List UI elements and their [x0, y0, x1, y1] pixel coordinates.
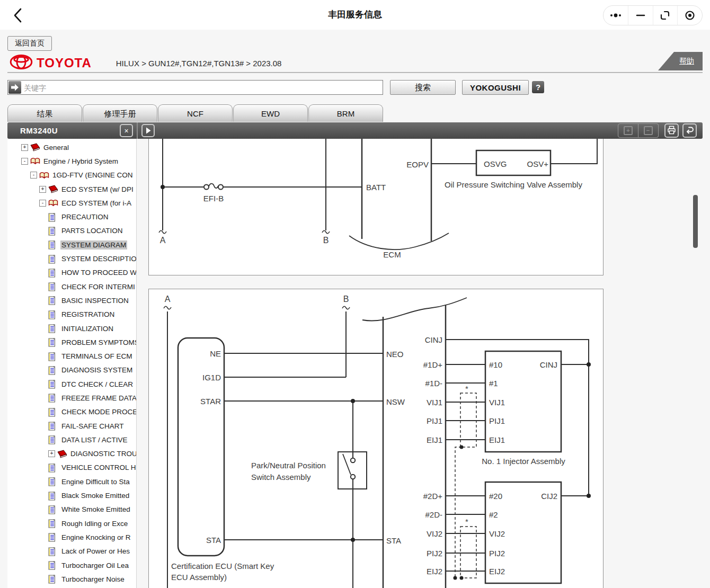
- expander-icon[interactable]: -: [30, 172, 37, 179]
- tree-item[interactable]: INITIALIZATION: [7, 322, 136, 335]
- header-divider: [7, 72, 703, 73]
- collapse-sidebar-button[interactable]: [141, 124, 155, 137]
- go-arrow-icon[interactable]: [8, 81, 21, 94]
- shield-asterisk: *: [465, 517, 468, 526]
- ecm-pin-1dm: #1D-: [425, 379, 442, 388]
- fuse-wave: [209, 184, 218, 189]
- search-help-icon[interactable]: ?: [532, 81, 544, 93]
- tab-results[interactable]: 结果: [7, 104, 82, 122]
- tree-item-label: SYSTEM DESCRIPTIO: [60, 254, 136, 263]
- tree-item[interactable]: PARTS LOCATION: [7, 224, 136, 238]
- tree-item[interactable]: -: [7, 196, 136, 210]
- expander-icon[interactable]: -: [21, 158, 28, 165]
- close-document-button[interactable]: ×: [120, 124, 133, 137]
- float-window-icon[interactable]: [653, 6, 678, 25]
- minimize-icon[interactable]: [628, 6, 653, 25]
- tree-item-label: FAIL-SAFE CHART: [60, 422, 125, 431]
- marker-b-label: B: [323, 236, 329, 245]
- print-button[interactable]: [664, 123, 679, 138]
- tree-item[interactable]: FREEZE FRAME DATA: [7, 391, 136, 405]
- tree-item[interactable]: PROBLEM SYMPTOMS: [7, 335, 136, 349]
- tree-item[interactable]: Lack of Power or Hes: [7, 545, 136, 558]
- tree-item[interactable]: Turbocharger Oil Lea: [7, 558, 136, 572]
- return-button[interactable]: [682, 123, 697, 138]
- search-button[interactable]: 搜索: [390, 80, 456, 95]
- tree-item[interactable]: +: [7, 182, 136, 196]
- tree-item[interactable]: White Smoke Emitted: [7, 503, 136, 516]
- junction-dot: [161, 185, 165, 189]
- record-icon[interactable]: [677, 6, 702, 25]
- tree-item-label: Turbocharger Noise: [60, 575, 126, 584]
- tree-item[interactable]: Engine Difficult to Sta: [7, 475, 136, 488]
- ecm-pin-vij2: VIJ2: [427, 529, 442, 538]
- expander-icon[interactable]: +: [48, 450, 55, 457]
- cert-pin-star: STAR: [200, 397, 221, 406]
- tree-item[interactable]: -: [7, 168, 136, 182]
- tree-item[interactable]: SYSTEM DESCRIPTIO: [7, 252, 136, 265]
- vertical-scrollbar-thumb[interactable]: [693, 195, 698, 248]
- ecm-pin-1dp: #1D+: [423, 360, 443, 369]
- tab-ncf[interactable]: NCF: [158, 104, 233, 122]
- tree-item[interactable]: CHECK FOR INTERMI: [7, 280, 136, 293]
- node-icon: [48, 199, 58, 207]
- expander-icon[interactable]: +: [21, 144, 28, 151]
- tree-item[interactable]: BASIC INSPECTION: [7, 293, 136, 307]
- tree-item-label: DIAGNOSTIC TROU: [69, 449, 136, 458]
- node-icon: [48, 380, 58, 388]
- tree-item[interactable]: +: [7, 140, 136, 154]
- tree-item[interactable]: SYSTEM DIAGRAM: [7, 238, 136, 252]
- tree-item[interactable]: VEHICLE CONTROL H: [7, 461, 136, 475]
- node-icon: [48, 435, 58, 444]
- tree-item[interactable]: FAIL-SAFE CHART: [7, 419, 136, 433]
- node-icon: [30, 157, 40, 165]
- tree-item[interactable]: +: [7, 447, 136, 461]
- zoom-in-button[interactable]: +: [618, 123, 638, 138]
- shield-ground-wire: [455, 447, 462, 578]
- tree-item[interactable]: Rough Idling or Exce: [7, 516, 136, 530]
- tree-item-label: Rough Idling or Exce: [60, 519, 129, 528]
- printer-icon: [667, 128, 676, 136]
- switch-contact: [351, 475, 355, 479]
- tree-item[interactable]: PRECAUTION: [7, 210, 136, 224]
- tree-item[interactable]: Black Smoke Emitted: [7, 488, 136, 502]
- node-icon: [48, 464, 58, 472]
- brand-wordmark: TOYOTA: [37, 56, 92, 70]
- tree-item[interactable]: DIAGNOSIS SYSTEM: [7, 363, 136, 377]
- break-b: [322, 230, 330, 234]
- tree-item-label: General: [42, 143, 70, 152]
- expander-icon[interactable]: +: [39, 186, 46, 193]
- node-icon: [48, 310, 58, 319]
- keyword-search-box: [7, 80, 383, 95]
- tree-item[interactable]: REGISTRATION: [7, 308, 136, 322]
- ecm-pin-pij1: PIJ1: [427, 416, 442, 425]
- tree-item[interactable]: -: [7, 154, 136, 168]
- tree-item[interactable]: TERMINALS OF ECM: [7, 349, 136, 363]
- tree-item[interactable]: CHECK MODE PROCE: [7, 405, 136, 419]
- zoom-out-button[interactable]: −: [638, 123, 659, 138]
- tab-brm[interactable]: BRM: [308, 104, 383, 122]
- tab-ewd[interactable]: EWD: [233, 104, 308, 122]
- tab-repair-manual[interactable]: 修理手册: [83, 104, 157, 122]
- valve-pin-osvg: OSVG: [484, 159, 507, 168]
- node-icon: [48, 575, 58, 583]
- inj1-pin-10: #10: [489, 360, 502, 369]
- more-icon[interactable]: [604, 6, 628, 25]
- ecm-pin-pij2: PIJ2: [427, 549, 442, 558]
- tree-item[interactable]: Turbocharger Noise: [7, 572, 136, 586]
- tree-item[interactable]: HOW TO PROCEED W: [7, 266, 136, 280]
- tree-item-label: Black Smoke Emitted: [60, 491, 130, 500]
- return-home-button[interactable]: 返回首页: [7, 36, 52, 51]
- help-tab[interactable]: 帮助: [658, 52, 703, 70]
- node-icon: [48, 561, 58, 569]
- expander-icon[interactable]: -: [39, 200, 46, 207]
- ecm-pin-eij1: EIJ1: [427, 435, 442, 444]
- keyword-input[interactable]: [23, 81, 380, 95]
- tree-item[interactable]: DATA LIST / ACTIVE: [7, 433, 136, 447]
- yokogushi-button[interactable]: YOKOGUSHI: [462, 80, 529, 95]
- break-a: [164, 306, 171, 309]
- cert-ecu-box: [178, 338, 224, 556]
- node-icon: [48, 422, 58, 430]
- tree-item[interactable]: Engine Knocking or R: [7, 530, 136, 544]
- tree-item[interactable]: DTC CHECK / CLEAR: [7, 377, 136, 391]
- tree-item-label: REGISTRATION: [60, 310, 116, 319]
